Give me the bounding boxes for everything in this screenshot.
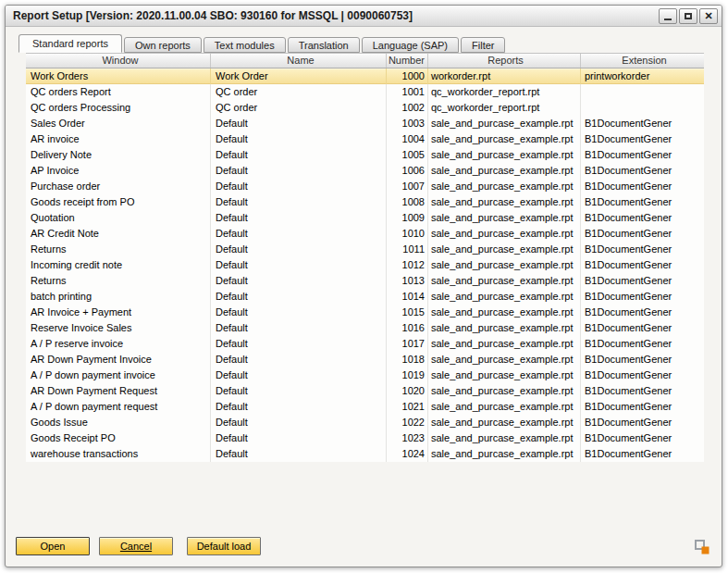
column-header-number[interactable]: Number — [387, 54, 428, 68]
table-row[interactable]: AR Down Payment RequestDefault1020sale_a… — [26, 383, 704, 399]
cell-window: Delivery Note — [26, 147, 211, 163]
table-row[interactable]: Work OrdersWork Order1000workorder.rptpr… — [26, 69, 704, 84]
cancel-button[interactable]: Cancel — [99, 537, 173, 555]
cell-name: Default — [211, 226, 387, 242]
maximize-icon — [685, 13, 692, 19]
cell-extension: B1DocumentGener — [581, 179, 704, 194]
cell-name: Default — [211, 163, 387, 179]
cell-number: 1024 — [387, 446, 428, 462]
cell-window: QC orders Processing — [26, 100, 211, 116]
table-row[interactable]: Sales OrderDefault1003sale_and_purcase_e… — [26, 116, 704, 131]
table-body: Work OrdersWork Order1000workorder.rptpr… — [26, 69, 704, 462]
cell-number: 1006 — [387, 163, 428, 179]
open-button[interactable]: Open — [16, 537, 90, 555]
cell-name: QC order — [211, 84, 387, 100]
table-row[interactable]: A / P down payment invoiceDefault1019sal… — [26, 367, 704, 383]
close-icon: ✕ — [704, 11, 712, 21]
table-row[interactable]: AP InvoiceDefault1006sale_and_purcase_ex… — [26, 163, 704, 179]
tab-own-reports[interactable]: Own reports — [124, 37, 202, 53]
table-header: WindowNameNumberReportsExtension — [26, 53, 704, 69]
table-row[interactable]: Goods IssueDefault1022sale_and_purcase_e… — [26, 415, 704, 430]
tab-translation[interactable]: Translation — [288, 37, 360, 53]
cell-extension: B1DocumentGener — [581, 116, 704, 131]
tab-text-modules[interactable]: Text modules — [204, 37, 286, 53]
cell-reports: sale_and_purcase_example.rpt — [428, 367, 581, 383]
cell-reports: sale_and_purcase_example.rpt — [428, 273, 581, 289]
cell-window: Goods Issue — [26, 415, 211, 430]
titlebar[interactable]: Report Setup [Version: 2020.11.00.04 SBO… — [6, 6, 722, 27]
report-setup-window: Report Setup [Version: 2020.11.00.04 SBO… — [5, 5, 722, 567]
cell-window: Purchase order — [26, 179, 211, 194]
table-row[interactable]: ReturnsDefault1011sale_and_purcase_examp… — [26, 242, 704, 257]
cell-number: 1023 — [387, 430, 428, 446]
cell-reports: sale_and_purcase_example.rpt — [428, 336, 581, 352]
tab-standard-reports[interactable]: Standard reports — [19, 34, 122, 53]
table-row[interactable]: AR Credit NoteDefault1010sale_and_purcas… — [26, 226, 704, 242]
cell-number: 1007 — [387, 179, 428, 194]
cell-number: 1014 — [387, 289, 428, 305]
cell-name: Default — [211, 289, 387, 305]
cell-number: 1004 — [387, 131, 428, 147]
cell-reports: sale_and_purcase_example.rpt — [428, 399, 581, 415]
table-row[interactable]: warehouse transactionsDefault1024sale_an… — [26, 446, 704, 462]
column-header-extension[interactable]: Extension — [581, 54, 704, 68]
table-row[interactable]: AR invoiceDefault1004sale_and_purcase_ex… — [26, 131, 704, 147]
cell-name: Default — [211, 336, 387, 352]
cell-extension: B1DocumentGener — [581, 367, 704, 383]
column-header-reports[interactable]: Reports — [428, 54, 581, 68]
cell-name: Default — [211, 320, 387, 336]
table-row[interactable]: Incoming credit noteDefault1012sale_and_… — [26, 257, 704, 273]
default-load-button[interactable]: Default load — [187, 537, 261, 555]
cell-reports: sale_and_purcase_example.rpt — [428, 446, 581, 462]
table-row[interactable]: Delivery NoteDefault1005sale_and_purcase… — [26, 147, 704, 163]
cell-number: 1011 — [387, 242, 428, 257]
cell-reports: workorder.rpt — [428, 69, 581, 84]
cell-extension: B1DocumentGener — [581, 320, 704, 336]
cell-window: AR Credit Note — [26, 226, 211, 242]
cell-reports: sale_and_purcase_example.rpt — [428, 289, 581, 305]
cell-number: 1013 — [387, 273, 428, 289]
table-row[interactable]: QuotationDefault1009sale_and_purcase_exa… — [26, 210, 704, 226]
table-row[interactable]: Goods Receipt PODefault1023sale_and_purc… — [26, 430, 704, 446]
table-row[interactable]: A / P down payment requestDefault1021sal… — [26, 399, 704, 415]
table-row[interactable]: ReturnsDefault1013sale_and_purcase_examp… — [26, 273, 704, 289]
cell-reports: sale_and_purcase_example.rpt — [428, 415, 581, 430]
table-row[interactable]: A / P reserve invoiceDefault1017sale_and… — [26, 336, 704, 352]
cell-number: 1009 — [387, 210, 428, 226]
cell-number: 1015 — [387, 305, 428, 320]
maximize-button[interactable] — [679, 8, 697, 24]
cell-number: 1016 — [387, 320, 428, 336]
table-row[interactable]: batch printingDefault1014sale_and_purcas… — [26, 289, 704, 305]
cell-name: Default — [211, 273, 387, 289]
cell-window: AR Down Payment Invoice — [26, 352, 211, 367]
cell-reports: sale_and_purcase_example.rpt — [428, 163, 581, 179]
tab-language-sap[interactable]: Language (SAP) — [362, 37, 459, 53]
cell-name: Default — [211, 116, 387, 131]
cell-number: 1001 — [387, 84, 428, 100]
cell-extension: B1DocumentGener — [581, 242, 704, 257]
tab-strip: Standard reportsOwn reportsText modulesT… — [19, 33, 722, 53]
table-row[interactable]: Purchase orderDefault1007sale_and_purcas… — [26, 179, 704, 194]
table-row[interactable]: Goods receipt from PODefault1008sale_and… — [26, 194, 704, 210]
minimize-button[interactable] — [659, 8, 677, 24]
tab-filter[interactable]: Filter — [461, 37, 505, 53]
cell-reports: sale_and_purcase_example.rpt — [428, 210, 581, 226]
cell-number: 1003 — [387, 116, 428, 131]
cell-name: Default — [211, 131, 387, 147]
cell-window: Quotation — [26, 210, 211, 226]
cell-name: QC order — [211, 100, 387, 116]
cell-name: Default — [211, 194, 387, 210]
table-row[interactable]: AR Down Payment InvoiceDefault1018sale_a… — [26, 352, 704, 367]
table-row[interactable]: Reserve Invoice SalesDefault1016sale_and… — [26, 320, 704, 336]
close-button[interactable]: ✕ — [699, 8, 718, 24]
cell-extension: B1DocumentGener — [581, 336, 704, 352]
form-resize-icon[interactable] — [694, 539, 710, 555]
cell-reports: sale_and_purcase_example.rpt — [428, 383, 581, 399]
table-row[interactable]: QC orders ProcessingQC order1002qc_worko… — [26, 100, 704, 116]
cell-reports: sale_and_purcase_example.rpt — [428, 352, 581, 367]
table-row[interactable]: QC orders ReportQC order1001qc_workorder… — [26, 84, 704, 100]
column-header-name[interactable]: Name — [211, 54, 387, 68]
table-row[interactable]: AR Invoice + PaymentDefault1015sale_and_… — [26, 305, 704, 320]
cell-window: A / P down payment invoice — [26, 367, 211, 383]
column-header-window[interactable]: Window — [26, 54, 211, 68]
